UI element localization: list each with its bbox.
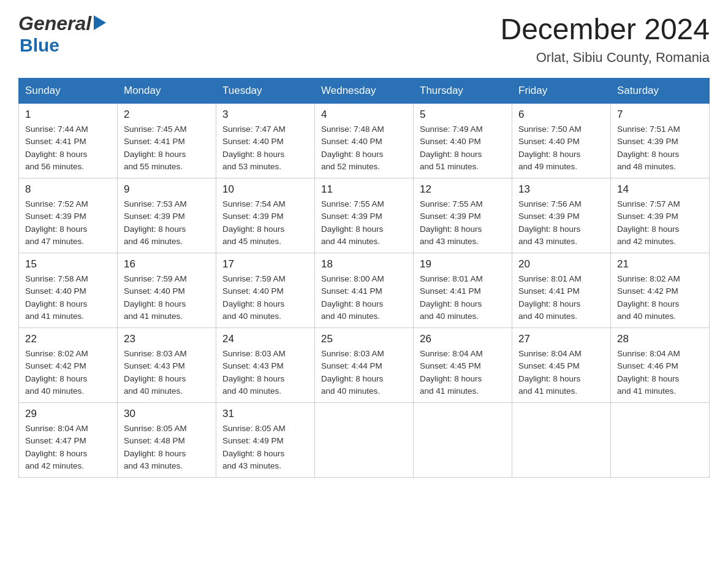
day-info: Sunrise: 8:04 AM Sunset: 4:45 PM Dayligh… [518,348,604,397]
logo-text-blue: Blue [20,35,106,56]
day-info: Sunrise: 7:57 AM Sunset: 4:39 PM Dayligh… [617,198,703,248]
calendar-cell [414,403,512,478]
day-info: Sunrise: 7:59 AM Sunset: 4:40 PM Dayligh… [222,273,308,323]
calendar-week-row: 1 Sunrise: 7:44 AM Sunset: 4:41 PM Dayli… [19,104,710,178]
day-number: 2 [124,109,210,121]
calendar-cell: 25 Sunrise: 8:03 AM Sunset: 4:44 PM Dayl… [315,328,414,403]
day-number: 25 [321,333,407,345]
page-subtitle: Orlat, Sibiu County, Romania [500,50,710,66]
day-info: Sunrise: 7:47 AM Sunset: 4:40 PM Dayligh… [222,123,308,173]
calendar-cell: 11 Sunrise: 7:55 AM Sunset: 4:39 PM Dayl… [315,178,414,253]
calendar-cell: 20 Sunrise: 8:01 AM Sunset: 4:41 PM Dayl… [512,253,611,328]
calendar-cell: 27 Sunrise: 8:04 AM Sunset: 4:45 PM Dayl… [512,328,611,403]
day-info: Sunrise: 8:03 AM Sunset: 4:43 PM Dayligh… [124,348,210,397]
day-info: Sunrise: 7:53 AM Sunset: 4:39 PM Dayligh… [124,198,210,248]
day-number: 8 [25,183,111,196]
day-number: 24 [222,333,308,345]
logo: General Blue [18,12,106,56]
calendar-cell: 12 Sunrise: 7:55 AM Sunset: 4:39 PM Dayl… [414,178,512,253]
calendar-cell: 15 Sunrise: 7:58 AM Sunset: 4:40 PM Dayl… [19,253,118,328]
day-info: Sunrise: 8:05 AM Sunset: 4:48 PM Dayligh… [124,423,210,472]
day-number: 20 [518,258,604,270]
day-info: Sunrise: 7:45 AM Sunset: 4:41 PM Dayligh… [124,123,210,173]
day-number: 23 [124,333,210,345]
calendar-cell: 7 Sunrise: 7:51 AM Sunset: 4:39 PM Dayli… [611,104,710,178]
calendar-cell: 10 Sunrise: 7:54 AM Sunset: 4:39 PM Dayl… [216,178,315,253]
calendar-cell: 23 Sunrise: 8:03 AM Sunset: 4:43 PM Dayl… [118,328,216,403]
day-info: Sunrise: 7:51 AM Sunset: 4:39 PM Dayligh… [617,123,703,173]
day-number: 16 [124,258,210,270]
calendar-cell: 2 Sunrise: 7:45 AM Sunset: 4:41 PM Dayli… [118,104,216,178]
day-number: 5 [420,109,506,121]
day-number: 26 [420,333,506,345]
day-number: 7 [617,109,703,121]
calendar-cell: 14 Sunrise: 7:57 AM Sunset: 4:39 PM Dayl… [611,178,710,253]
day-number: 13 [518,183,604,196]
calendar-table: SundayMondayTuesdayWednesdayThursdayFrid… [18,78,710,478]
calendar-cell: 21 Sunrise: 8:02 AM Sunset: 4:42 PM Dayl… [611,253,710,328]
logo-text-general: General [18,12,91,35]
day-number: 28 [617,333,703,345]
day-info: Sunrise: 7:55 AM Sunset: 4:39 PM Dayligh… [321,198,407,248]
day-info: Sunrise: 8:02 AM Sunset: 4:42 PM Dayligh… [617,273,703,323]
calendar-cell [315,403,414,478]
calendar-header-thursday: Thursday [414,79,512,104]
calendar-week-row: 8 Sunrise: 7:52 AM Sunset: 4:39 PM Dayli… [19,178,710,253]
logo-arrow-icon [94,15,106,30]
calendar-cell: 22 Sunrise: 8:02 AM Sunset: 4:42 PM Dayl… [19,328,118,403]
day-number: 27 [518,333,604,345]
calendar-cell: 8 Sunrise: 7:52 AM Sunset: 4:39 PM Dayli… [19,178,118,253]
day-info: Sunrise: 8:05 AM Sunset: 4:49 PM Dayligh… [222,423,308,472]
day-info: Sunrise: 7:59 AM Sunset: 4:40 PM Dayligh… [124,273,210,323]
calendar-cell: 9 Sunrise: 7:53 AM Sunset: 4:39 PM Dayli… [118,178,216,253]
calendar-cell: 29 Sunrise: 8:04 AM Sunset: 4:47 PM Dayl… [19,403,118,478]
calendar-cell: 16 Sunrise: 7:59 AM Sunset: 4:40 PM Dayl… [118,253,216,328]
calendar-header-friday: Friday [512,79,611,104]
day-info: Sunrise: 7:50 AM Sunset: 4:40 PM Dayligh… [518,123,604,173]
day-info: Sunrise: 8:00 AM Sunset: 4:41 PM Dayligh… [321,273,407,323]
calendar-cell: 1 Sunrise: 7:44 AM Sunset: 4:41 PM Dayli… [19,104,118,178]
calendar-cell: 24 Sunrise: 8:03 AM Sunset: 4:43 PM Dayl… [216,328,315,403]
calendar-cell: 13 Sunrise: 7:56 AM Sunset: 4:39 PM Dayl… [512,178,611,253]
day-info: Sunrise: 7:49 AM Sunset: 4:40 PM Dayligh… [420,123,506,173]
day-info: Sunrise: 7:55 AM Sunset: 4:39 PM Dayligh… [420,198,506,248]
day-info: Sunrise: 8:03 AM Sunset: 4:44 PM Dayligh… [321,348,407,397]
day-number: 18 [321,258,407,270]
calendar-header-sunday: Sunday [19,79,118,104]
calendar-header-tuesday: Tuesday [216,79,315,104]
day-info: Sunrise: 8:04 AM Sunset: 4:46 PM Dayligh… [617,348,703,397]
calendar-week-row: 29 Sunrise: 8:04 AM Sunset: 4:47 PM Dayl… [19,403,710,478]
day-number: 14 [617,183,703,196]
day-number: 19 [420,258,506,270]
day-info: Sunrise: 8:02 AM Sunset: 4:42 PM Dayligh… [25,348,111,397]
day-number: 21 [617,258,703,270]
calendar-cell: 6 Sunrise: 7:50 AM Sunset: 4:40 PM Dayli… [512,104,611,178]
day-number: 1 [25,109,111,121]
day-number: 17 [222,258,308,270]
calendar-cell: 3 Sunrise: 7:47 AM Sunset: 4:40 PM Dayli… [216,104,315,178]
day-info: Sunrise: 8:04 AM Sunset: 4:45 PM Dayligh… [420,348,506,397]
calendar-header-row: SundayMondayTuesdayWednesdayThursdayFrid… [19,79,710,104]
day-info: Sunrise: 7:52 AM Sunset: 4:39 PM Dayligh… [25,198,111,248]
day-info: Sunrise: 8:03 AM Sunset: 4:43 PM Dayligh… [222,348,308,397]
day-info: Sunrise: 7:44 AM Sunset: 4:41 PM Dayligh… [25,123,111,173]
day-number: 10 [222,183,308,196]
page-title: December 2024 [500,12,710,46]
day-info: Sunrise: 7:48 AM Sunset: 4:40 PM Dayligh… [321,123,407,173]
calendar-cell: 30 Sunrise: 8:05 AM Sunset: 4:48 PM Dayl… [118,403,216,478]
day-number: 30 [124,408,210,420]
calendar-cell: 4 Sunrise: 7:48 AM Sunset: 4:40 PM Dayli… [315,104,414,178]
day-info: Sunrise: 8:04 AM Sunset: 4:47 PM Dayligh… [25,423,111,472]
calendar-cell: 17 Sunrise: 7:59 AM Sunset: 4:40 PM Dayl… [216,253,315,328]
calendar-cell: 18 Sunrise: 8:00 AM Sunset: 4:41 PM Dayl… [315,253,414,328]
day-number: 29 [25,408,111,420]
day-info: Sunrise: 8:01 AM Sunset: 4:41 PM Dayligh… [518,273,604,323]
calendar-cell: 28 Sunrise: 8:04 AM Sunset: 4:46 PM Dayl… [611,328,710,403]
calendar-cell: 26 Sunrise: 8:04 AM Sunset: 4:45 PM Dayl… [414,328,512,403]
calendar-cell [512,403,611,478]
day-number: 9 [124,183,210,196]
calendar-cell: 31 Sunrise: 8:05 AM Sunset: 4:49 PM Dayl… [216,403,315,478]
calendar-cell [611,403,710,478]
day-number: 12 [420,183,506,196]
calendar-header-wednesday: Wednesday [315,79,414,104]
